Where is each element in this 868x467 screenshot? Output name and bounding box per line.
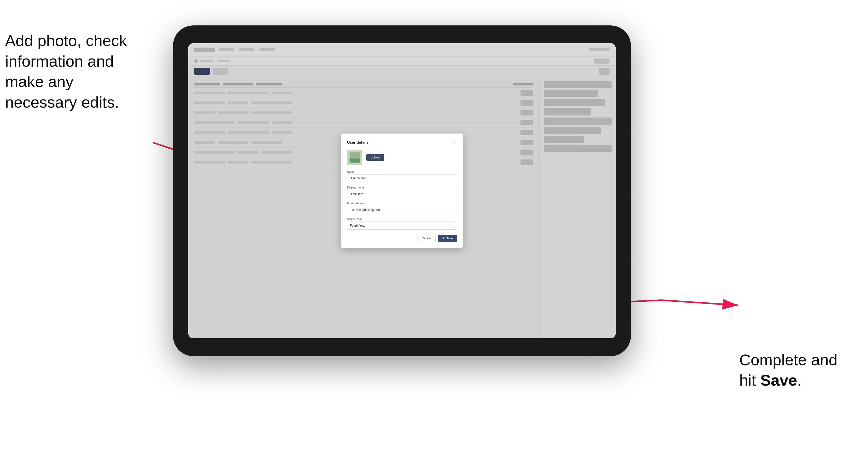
email-field-group: Email address [347,202,457,214]
modal-footer: Cancel ⬆ Save [347,235,457,242]
svg-point-4 [353,154,356,157]
display-name-field-group: Display name [347,186,457,198]
email-input[interactable] [347,206,457,214]
app-background: › [188,43,616,338]
tablet-device: › [173,25,631,356]
school-year-label: School Year [347,217,457,220]
school-year-wrapper: ✕ ⌃⌄ [347,222,457,230]
tablet-screen: › [188,43,616,338]
cancel-button[interactable]: Cancel [417,235,435,242]
name-label: Name [347,170,457,173]
name-input[interactable] [347,174,457,182]
user-details-modal: User details × [341,133,463,248]
name-field-group: Name [347,170,457,182]
annotation-left: Add photo, check information and make an… [5,31,127,113]
modal-close-button[interactable]: × [452,139,457,145]
photo-section: Upload [347,150,457,165]
school-year-controls: ✕ ⌃⌄ [450,222,455,229]
save-icon: ⬆ [442,237,444,240]
photo-image [349,152,360,162]
save-button[interactable]: ⬆ Save [438,235,457,242]
modal-backdrop: User details × [188,43,616,338]
profile-photo-thumb [347,150,362,165]
display-name-input[interactable] [347,190,457,198]
annotation-right: Complete and hit Save. [739,350,837,391]
modal-title: User details [347,140,369,145]
clear-icon[interactable]: ✕ [450,224,452,227]
school-year-input[interactable] [347,222,457,230]
chevron-icon[interactable]: ⌃⌄ [453,222,455,229]
save-text-bold: Save [761,371,797,389]
modal-header: User details × [347,139,457,145]
email-label: Email address [347,202,457,205]
school-year-field-group: School Year ✕ ⌃⌄ [347,217,457,230]
display-name-label: Display name [347,186,457,189]
upload-photo-button[interactable]: Upload [366,154,384,161]
save-label: Save [446,237,453,240]
